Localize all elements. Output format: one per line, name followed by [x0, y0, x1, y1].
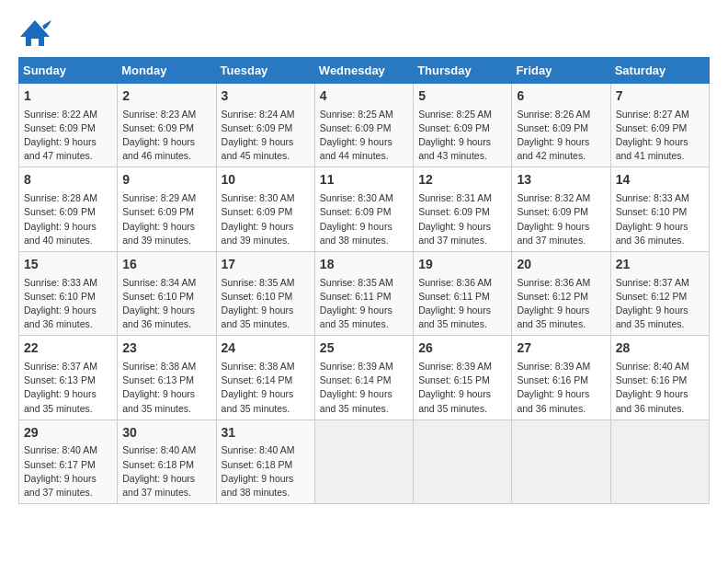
day-info: Sunrise: 8:26 AMSunset: 6:09 PMDaylight:… — [517, 108, 605, 164]
day-info: Sunrise: 8:27 AMSunset: 6:09 PMDaylight:… — [616, 108, 704, 164]
calendar-day-header: Friday — [512, 58, 610, 84]
day-number: 30 — [122, 424, 210, 442]
calendar-day-cell: 14Sunrise: 8:33 AMSunset: 6:10 PMDayligh… — [610, 167, 709, 251]
day-info: Sunrise: 8:39 AMSunset: 6:14 PMDaylight:… — [320, 360, 408, 416]
day-number: 2 — [122, 87, 210, 106]
day-info: Sunrise: 8:36 AMSunset: 6:11 PMDaylight:… — [418, 276, 506, 332]
logo-icon — [18, 18, 51, 48]
day-number: 13 — [517, 171, 605, 190]
calendar-day-header: Saturday — [610, 58, 709, 84]
day-info: Sunrise: 8:38 AMSunset: 6:14 PMDaylight:… — [222, 360, 310, 416]
calendar-day-cell: 8Sunrise: 8:28 AMSunset: 6:09 PMDaylight… — [19, 167, 118, 251]
day-number: 22 — [24, 339, 112, 358]
calendar-day-cell: 15Sunrise: 8:33 AMSunset: 6:10 PMDayligh… — [19, 251, 118, 335]
calendar-day-cell: 20Sunrise: 8:36 AMSunset: 6:12 PMDayligh… — [512, 251, 610, 335]
calendar-day-cell: 27Sunrise: 8:39 AMSunset: 6:16 PMDayligh… — [512, 336, 610, 419]
calendar-day-cell — [314, 419, 413, 503]
calendar-day-cell: 3Sunrise: 8:24 AMSunset: 6:09 PMDaylight… — [216, 84, 314, 167]
day-number: 25 — [320, 339, 408, 358]
day-number: 24 — [222, 339, 310, 358]
calendar-day-cell: 2Sunrise: 8:23 AMSunset: 6:09 PMDaylight… — [118, 84, 216, 167]
day-info: Sunrise: 8:40 AMSunset: 6:17 PMDaylight:… — [24, 443, 112, 500]
calendar-day-cell: 21Sunrise: 8:37 AMSunset: 6:12 PMDayligh… — [610, 251, 709, 335]
day-info: Sunrise: 8:37 AMSunset: 6:12 PMDaylight:… — [616, 276, 704, 332]
day-number: 28 — [616, 339, 704, 358]
calendar-day-cell: 11Sunrise: 8:30 AMSunset: 6:09 PMDayligh… — [314, 167, 413, 251]
day-number: 3 — [222, 87, 310, 106]
day-info: Sunrise: 8:30 AMSunset: 6:09 PMDaylight:… — [320, 191, 408, 247]
day-info: Sunrise: 8:31 AMSunset: 6:09 PMDaylight:… — [418, 191, 506, 247]
calendar: SundayMondayTuesdayWednesdayThursdayFrid… — [18, 57, 710, 504]
day-number: 11 — [320, 171, 408, 190]
day-info: Sunrise: 8:24 AMSunset: 6:09 PMDaylight:… — [222, 108, 310, 164]
calendar-day-header: Sunday — [19, 58, 118, 84]
calendar-day-cell: 28Sunrise: 8:40 AMSunset: 6:16 PMDayligh… — [610, 336, 709, 419]
calendar-day-cell: 5Sunrise: 8:25 AMSunset: 6:09 PMDaylight… — [414, 84, 512, 167]
calendar-day-cell — [414, 419, 512, 503]
calendar-day-cell: 25Sunrise: 8:39 AMSunset: 6:14 PMDayligh… — [314, 336, 413, 419]
day-number: 20 — [517, 256, 605, 274]
calendar-day-cell: 22Sunrise: 8:37 AMSunset: 6:13 PMDayligh… — [19, 336, 118, 419]
logo — [18, 18, 51, 48]
day-number: 18 — [320, 256, 408, 274]
calendar-week-row: 22Sunrise: 8:37 AMSunset: 6:13 PMDayligh… — [19, 336, 710, 419]
calendar-week-row: 29Sunrise: 8:40 AMSunset: 6:17 PMDayligh… — [19, 419, 710, 503]
day-info: Sunrise: 8:22 AMSunset: 6:09 PMDaylight:… — [24, 108, 112, 164]
day-number: 7 — [616, 87, 704, 106]
day-number: 26 — [418, 339, 506, 358]
calendar-day-cell — [512, 419, 610, 503]
calendar-week-row: 1Sunrise: 8:22 AMSunset: 6:09 PMDaylight… — [19, 84, 710, 167]
day-info: Sunrise: 8:38 AMSunset: 6:13 PMDaylight:… — [122, 360, 210, 416]
day-info: Sunrise: 8:40 AMSunset: 6:18 PMDaylight:… — [122, 443, 210, 500]
day-number: 15 — [24, 256, 112, 274]
calendar-day-cell: 7Sunrise: 8:27 AMSunset: 6:09 PMDaylight… — [610, 84, 709, 167]
calendar-day-cell: 26Sunrise: 8:39 AMSunset: 6:15 PMDayligh… — [414, 336, 512, 419]
calendar-day-cell: 9Sunrise: 8:29 AMSunset: 6:09 PMDaylight… — [118, 167, 216, 251]
day-number: 29 — [24, 424, 112, 442]
calendar-day-header: Monday — [118, 58, 216, 84]
day-number: 17 — [222, 256, 310, 274]
calendar-header-row: SundayMondayTuesdayWednesdayThursdayFrid… — [19, 58, 710, 84]
calendar-day-cell: 16Sunrise: 8:34 AMSunset: 6:10 PMDayligh… — [118, 251, 216, 335]
day-info: Sunrise: 8:39 AMSunset: 6:15 PMDaylight:… — [418, 360, 506, 416]
day-info: Sunrise: 8:36 AMSunset: 6:12 PMDaylight:… — [517, 276, 605, 332]
calendar-day-cell: 18Sunrise: 8:35 AMSunset: 6:11 PMDayligh… — [314, 251, 413, 335]
day-info: Sunrise: 8:35 AMSunset: 6:10 PMDaylight:… — [222, 276, 310, 332]
day-number: 9 — [122, 171, 210, 190]
day-number: 4 — [320, 87, 408, 106]
calendar-day-cell: 13Sunrise: 8:32 AMSunset: 6:09 PMDayligh… — [512, 167, 610, 251]
day-number: 1 — [24, 87, 112, 106]
day-number: 21 — [616, 256, 704, 274]
calendar-week-row: 15Sunrise: 8:33 AMSunset: 6:10 PMDayligh… — [19, 251, 710, 335]
day-number: 14 — [616, 171, 704, 190]
day-number: 23 — [122, 339, 210, 358]
day-info: Sunrise: 8:40 AMSunset: 6:16 PMDaylight:… — [616, 360, 704, 416]
calendar-day-header: Wednesday — [314, 58, 413, 84]
calendar-day-header: Thursday — [414, 58, 512, 84]
day-info: Sunrise: 8:25 AMSunset: 6:09 PMDaylight:… — [418, 108, 506, 164]
day-info: Sunrise: 8:30 AMSunset: 6:09 PMDaylight:… — [222, 191, 310, 247]
day-number: 19 — [418, 256, 506, 274]
day-number: 10 — [222, 171, 310, 190]
day-info: Sunrise: 8:29 AMSunset: 6:09 PMDaylight:… — [122, 191, 210, 247]
calendar-day-cell: 23Sunrise: 8:38 AMSunset: 6:13 PMDayligh… — [118, 336, 216, 419]
calendar-day-cell: 19Sunrise: 8:36 AMSunset: 6:11 PMDayligh… — [414, 251, 512, 335]
day-info: Sunrise: 8:33 AMSunset: 6:10 PMDaylight:… — [616, 191, 704, 247]
day-info: Sunrise: 8:35 AMSunset: 6:11 PMDaylight:… — [320, 276, 408, 332]
calendar-day-cell: 31Sunrise: 8:40 AMSunset: 6:18 PMDayligh… — [216, 419, 314, 503]
day-info: Sunrise: 8:32 AMSunset: 6:09 PMDaylight:… — [517, 191, 605, 247]
day-info: Sunrise: 8:39 AMSunset: 6:16 PMDaylight:… — [517, 360, 605, 416]
calendar-day-header: Tuesday — [216, 58, 314, 84]
day-info: Sunrise: 8:33 AMSunset: 6:10 PMDaylight:… — [24, 276, 112, 332]
calendar-day-cell: 6Sunrise: 8:26 AMSunset: 6:09 PMDaylight… — [512, 84, 610, 167]
calendar-body: 1Sunrise: 8:22 AMSunset: 6:09 PMDaylight… — [19, 84, 710, 504]
day-info: Sunrise: 8:23 AMSunset: 6:09 PMDaylight:… — [122, 108, 210, 164]
calendar-day-cell: 10Sunrise: 8:30 AMSunset: 6:09 PMDayligh… — [216, 167, 314, 251]
calendar-day-cell: 12Sunrise: 8:31 AMSunset: 6:09 PMDayligh… — [414, 167, 512, 251]
calendar-week-row: 8Sunrise: 8:28 AMSunset: 6:09 PMDaylight… — [19, 167, 710, 251]
day-number: 5 — [418, 87, 506, 106]
day-number: 27 — [517, 339, 605, 358]
day-number: 8 — [24, 171, 112, 190]
day-info: Sunrise: 8:37 AMSunset: 6:13 PMDaylight:… — [24, 360, 112, 416]
day-number: 31 — [222, 424, 310, 442]
